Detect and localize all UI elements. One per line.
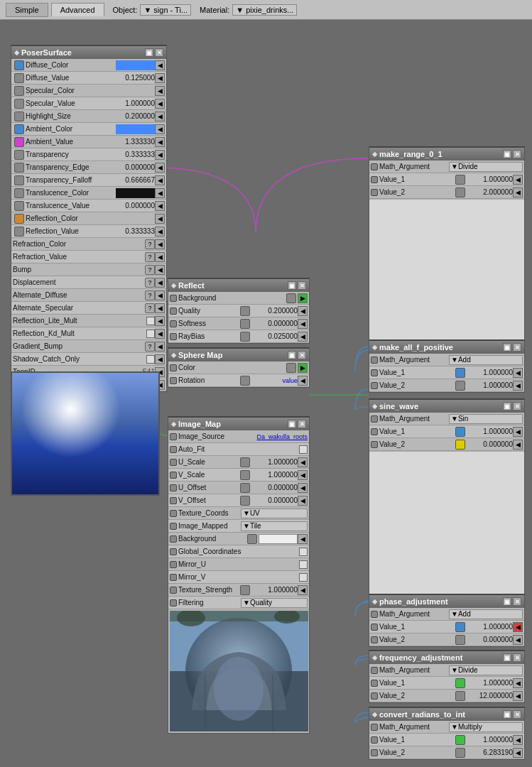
refraction-value-btn[interactable]: ◀ bbox=[155, 252, 165, 262]
mirror-v-checkbox[interactable] bbox=[299, 573, 308, 582]
reflect-raybias-btn[interactable]: ◀ bbox=[298, 332, 308, 342]
convert-v2-connector[interactable] bbox=[455, 748, 465, 758]
specular-color-btn[interactable]: ◀ bbox=[155, 86, 165, 96]
translucence-color-connector[interactable] bbox=[14, 188, 24, 198]
mirror-u-checkbox[interactable] bbox=[299, 560, 308, 569]
material-dropdown[interactable]: ▼ pixie_drinks... bbox=[232, 4, 297, 16]
filtering-dropdown[interactable]: ▼Quality bbox=[241, 598, 308, 608]
sphere-rotation-left-port[interactable] bbox=[170, 377, 177, 384]
reflection-value-btn[interactable]: ◀ bbox=[155, 227, 165, 236]
transparency-edge-connector[interactable] bbox=[14, 163, 24, 173]
makepos-v2-connector[interactable] bbox=[455, 381, 465, 391]
convert-rad-close-btn[interactable]: ✕ bbox=[513, 710, 521, 719]
reflect-collapse-btn[interactable]: ▣ bbox=[288, 281, 296, 290]
transparency-falloff-connector[interactable] bbox=[14, 175, 24, 185]
freq-arg-left-port[interactable] bbox=[371, 667, 378, 674]
makepos-v2-btn[interactable]: ◀ bbox=[513, 381, 523, 391]
image-source-link[interactable]: Da_wakulla_roots bbox=[256, 433, 308, 440]
make-range-header[interactable]: ◆ make_range_0_1 ▣ ✕ bbox=[369, 148, 524, 161]
makerange-v1-left-port[interactable] bbox=[371, 176, 378, 183]
texture-strength-left-port[interactable] bbox=[170, 587, 177, 594]
transparency-falloff-btn[interactable]: ◀ bbox=[155, 175, 165, 185]
image-map-close-btn[interactable]: ✕ bbox=[298, 420, 306, 428]
reflection-color-btn[interactable]: ◀ bbox=[155, 214, 165, 224]
make-range-collapse-btn[interactable]: ▣ bbox=[503, 150, 511, 158]
convert-v1-left-port[interactable] bbox=[371, 736, 378, 744]
makerange-v2-left-port[interactable] bbox=[371, 189, 378, 196]
diffuse-value-btn[interactable]: ◀ bbox=[155, 73, 165, 83]
sine-wave-header[interactable]: ◆ sine_wave ▣ ✕ bbox=[369, 400, 524, 413]
image-map-header[interactable]: ◆ Image_Map ▣ ✕ bbox=[168, 418, 309, 430]
phase-adj-close-btn[interactable]: ✕ bbox=[513, 597, 521, 606]
image-mapped-left-port[interactable] bbox=[170, 523, 177, 530]
sine-wave-collapse-btn[interactable]: ▣ bbox=[503, 402, 511, 410]
bump-btn[interactable]: ◀ bbox=[155, 265, 165, 275]
auto-fit-checkbox[interactable] bbox=[299, 445, 308, 454]
sine-v2-left-port[interactable] bbox=[371, 441, 378, 448]
refraction-color-btn[interactable]: ◀ bbox=[155, 239, 165, 249]
v-scale-connector[interactable] bbox=[240, 470, 250, 480]
shadow-catch-checkbox[interactable] bbox=[146, 355, 155, 364]
v-scale-btn[interactable]: ◀ bbox=[298, 470, 308, 480]
make-range-close-btn[interactable]: ✕ bbox=[513, 150, 521, 158]
object-dropdown[interactable]: ▼ sign - Ti... bbox=[140, 4, 191, 16]
v-scale-left-port[interactable] bbox=[170, 472, 177, 479]
tab-simple[interactable]: Simple bbox=[6, 3, 48, 17]
u-scale-left-port[interactable] bbox=[170, 459, 177, 466]
convert-v2-btn[interactable]: ◀ bbox=[513, 748, 523, 758]
freq-v2-connector[interactable] bbox=[455, 691, 465, 701]
sine-v2-btn[interactable]: ◀ bbox=[513, 440, 523, 450]
poser-surface-header[interactable]: ◆ PoserSurface ▣ ✕ bbox=[11, 46, 166, 59]
reflect-close-btn[interactable]: ✕ bbox=[298, 281, 306, 290]
diffuse-color-connector[interactable] bbox=[14, 60, 24, 70]
sphere-map-close-btn[interactable]: ✕ bbox=[298, 351, 306, 359]
v-offset-btn[interactable]: ◀ bbox=[298, 496, 308, 506]
sine-arg-left-port[interactable] bbox=[371, 415, 378, 423]
makepos-v1-btn[interactable]: ◀ bbox=[513, 368, 523, 378]
make-positive-close-btn[interactable]: ✕ bbox=[513, 343, 521, 352]
refraction-value-question[interactable]: ? bbox=[145, 252, 155, 262]
ambient-value-btn[interactable]: ◀ bbox=[155, 137, 165, 147]
alt-specular-btn[interactable]: ◀ bbox=[155, 303, 165, 313]
specular-value-btn[interactable]: ◀ bbox=[155, 99, 165, 109]
shadow-catch-btn[interactable]: ◀ bbox=[155, 354, 165, 364]
makepos-arg-left-port[interactable] bbox=[371, 357, 378, 364]
phase-v1-btn[interactable]: ◀ bbox=[513, 622, 523, 632]
make-positive-collapse-btn[interactable]: ▣ bbox=[503, 343, 511, 352]
reflection-color-connector[interactable] bbox=[14, 214, 24, 224]
displacement-question[interactable]: ? bbox=[145, 278, 155, 288]
ambient-value-connector[interactable] bbox=[14, 137, 24, 147]
sine-arg-dropdown[interactable]: ▼Sin bbox=[449, 414, 523, 424]
phase-v2-connector[interactable] bbox=[455, 635, 465, 645]
specular-value-connector[interactable] bbox=[14, 99, 24, 109]
sphere-color-left-port[interactable] bbox=[170, 364, 177, 371]
u-offset-connector[interactable] bbox=[240, 483, 250, 493]
u-offset-left-port[interactable] bbox=[170, 484, 177, 491]
imagemap-background-connector[interactable] bbox=[247, 534, 257, 544]
makerange-v2-connector[interactable] bbox=[455, 187, 465, 197]
diffuse-color-btn[interactable]: ◀ bbox=[155, 60, 165, 70]
convert-v1-connector[interactable] bbox=[455, 735, 465, 745]
transparency-btn[interactable]: ◀ bbox=[155, 150, 165, 160]
imagemap-background-btn[interactable]: ◀ bbox=[298, 534, 308, 544]
alt-diffuse-btn[interactable]: ◀ bbox=[155, 290, 165, 300]
alt-diffuse-question[interactable]: ? bbox=[145, 290, 155, 300]
freq-adj-close-btn[interactable]: ✕ bbox=[513, 653, 521, 662]
imagemap-background-left-port[interactable] bbox=[170, 535, 177, 543]
texture-coords-dropdown[interactable]: ▼UV bbox=[241, 508, 308, 518]
reflect-softness-btn[interactable]: ◀ bbox=[298, 319, 308, 329]
convert-arg-left-port[interactable] bbox=[371, 724, 378, 731]
translucence-color-btn[interactable]: ◀ bbox=[155, 188, 165, 198]
makerange-v1-connector[interactable] bbox=[455, 175, 465, 185]
makepos-v1-connector[interactable] bbox=[455, 368, 465, 378]
sine-v1-connector[interactable] bbox=[455, 427, 465, 437]
auto-fit-left-port[interactable] bbox=[170, 446, 177, 453]
reflect-raybias-connector[interactable] bbox=[240, 332, 250, 342]
v-offset-connector[interactable] bbox=[240, 496, 250, 506]
transparency-edge-btn[interactable]: ◀ bbox=[155, 163, 165, 173]
freq-arg-dropdown[interactable]: ▼Divide bbox=[449, 665, 523, 675]
convert-v1-btn[interactable]: ◀ bbox=[513, 735, 523, 745]
freq-adj-header[interactable]: ◆ frequency_adjustment ▣ ✕ bbox=[369, 651, 524, 664]
reflect-softness-connector[interactable] bbox=[240, 319, 250, 329]
poser-close-btn[interactable]: ✕ bbox=[155, 48, 163, 57]
